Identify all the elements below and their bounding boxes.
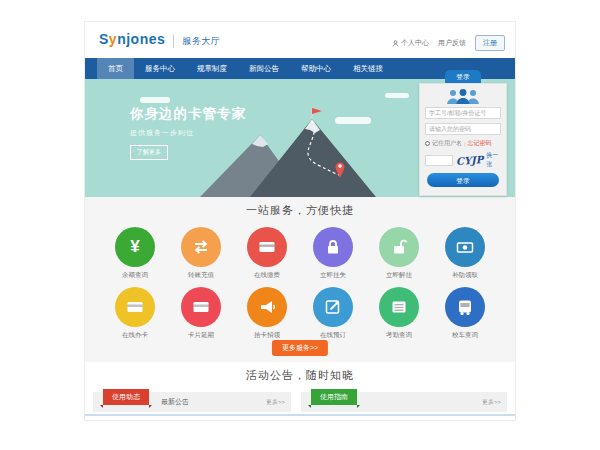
announcements-section: 活动公告，随时知晓 使用动态 最新公告 更多>> 使用指南 更多>>: [85, 362, 515, 420]
service-label: 在线办卡: [111, 331, 159, 340]
service-label: 立即挂失: [309, 271, 357, 280]
list-icon: [389, 297, 409, 317]
user-icon: [392, 40, 399, 47]
bank-card-icon: [191, 297, 211, 317]
forgot-password-link[interactable]: 忘记密码: [468, 139, 492, 148]
announcements-panel-right: 使用指南 更多>>: [301, 392, 507, 412]
personal-center-label: 个人中心: [401, 38, 429, 48]
nav-item-news[interactable]: 新闻公告: [238, 58, 290, 79]
nav-item-service-center[interactable]: 服务中心: [134, 58, 186, 79]
remember-label: 记住用户名: [432, 139, 462, 148]
logo: Synjones 服务大厅: [99, 31, 220, 48]
site-title: 服务大厅: [173, 35, 220, 48]
service-subsidy-collect[interactable]: 补助领取: [441, 227, 489, 280]
header: Synjones 服务大厅 个人中心 用户反馈 注册: [85, 22, 515, 58]
logo-accent: y: [109, 31, 117, 47]
service-report-loss[interactable]: 立即挂失: [309, 227, 357, 280]
password-input[interactable]: [425, 123, 501, 135]
logo-part1: S: [99, 31, 109, 47]
service-online-card-apply[interactable]: 在线办卡: [111, 287, 159, 340]
cloud-icon: [385, 93, 409, 98]
unlock-icon: [389, 237, 409, 257]
login-form: 记住用户名 | 忘记密码 CYJP 换一张 登录: [419, 83, 507, 196]
logo-part2: njones: [117, 31, 165, 47]
nav-item-help-center[interactable]: 帮助中心: [290, 58, 342, 79]
user-feedback-label: 用户反馈: [438, 38, 466, 48]
service-label: 在线缴费: [243, 271, 291, 280]
service-found-card-claim[interactable]: 拾卡招领: [243, 287, 291, 340]
megaphone-icon: [257, 297, 277, 317]
service-release-loss[interactable]: 立即解挂: [375, 227, 423, 280]
personal-center-link[interactable]: 个人中心: [392, 38, 429, 48]
remember-row: 记住用户名 | 忘记密码: [425, 139, 501, 148]
hero-cta-button[interactable]: 了解更多: [130, 145, 168, 160]
login-tab[interactable]: 登录: [445, 70, 481, 83]
captcha-row: CYJP 换一张: [425, 151, 501, 169]
services-section: 一站服务，方便快捷 ¥ 余额查询 转账充值 在线缴费 立即挂失 立即解挂: [85, 197, 515, 362]
yen-icon: ¥: [130, 237, 139, 257]
service-label: 补助领取: [441, 271, 489, 280]
service-label: 卡片延期: [177, 331, 225, 340]
hero-copy: 你身边的卡管专家 提供服务一步到位 了解更多: [130, 105, 246, 160]
section-divider: [85, 414, 515, 416]
captcha-input[interactable]: [425, 155, 453, 166]
service-school-bus-query[interactable]: 校车查询: [441, 287, 489, 340]
announcements-panel-left: 使用动态 最新公告 更多>>: [93, 392, 291, 412]
header-links: 个人中心 用户反馈 注册: [392, 35, 505, 51]
bank-card-icon: [125, 297, 145, 317]
service-label: 立即解挂: [375, 271, 423, 280]
service-label: 考勤查询: [375, 331, 423, 340]
announcements-heading: 活动公告，随时知晓: [85, 362, 515, 383]
service-label: 校车查询: [441, 331, 489, 340]
more-services-button[interactable]: 更多服务>>: [272, 340, 328, 356]
divider: |: [464, 141, 466, 147]
service-attendance-query[interactable]: 考勤查询: [375, 287, 423, 340]
hero-title: 你身边的卡管专家: [130, 105, 246, 123]
bank-card-icon: [257, 237, 277, 257]
username-input[interactable]: [425, 107, 501, 119]
edit-icon: [323, 297, 343, 317]
banknote-icon: [455, 237, 475, 257]
tab-latest-announcements[interactable]: 最新公告: [161, 392, 189, 412]
service-label: 转账充值: [177, 271, 225, 280]
hero-subtitle: 提供服务一步到位: [130, 128, 246, 138]
nav-item-home[interactable]: 首页: [97, 58, 134, 79]
nav-item-regulations[interactable]: 规章制度: [186, 58, 238, 79]
service-online-payment[interactable]: 在线缴费: [243, 227, 291, 280]
login-panel: 登录 记住用户名 | 忘记密码 CYJP 换一张 登录: [419, 70, 507, 196]
lock-icon: [323, 237, 343, 257]
service-transfer-recharge[interactable]: 转账充值: [177, 227, 225, 280]
service-online-booking[interactable]: 在线预订: [309, 287, 357, 340]
remember-checkbox[interactable]: [425, 141, 430, 146]
more-link-left[interactable]: 更多>>: [266, 392, 285, 412]
service-label: 在线预订: [309, 331, 357, 340]
tab-usage-guide[interactable]: 使用指南: [311, 389, 357, 405]
transfer-icon: [191, 237, 211, 257]
service-label: 余额查询: [111, 271, 159, 280]
user-feedback-link[interactable]: 用户反馈: [438, 38, 466, 48]
services-heading: 一站服务，方便快捷: [85, 197, 515, 218]
more-link-right[interactable]: 更多>>: [482, 392, 501, 412]
service-label: 拾卡招领: [243, 331, 291, 340]
service-balance-query[interactable]: ¥ 余额查询: [111, 227, 159, 280]
cloud-icon: [140, 97, 170, 103]
register-button[interactable]: 注册: [475, 35, 505, 51]
service-card-extension[interactable]: 卡片延期: [177, 287, 225, 340]
tab-usage-news[interactable]: 使用动态: [103, 389, 149, 405]
captcha-image[interactable]: CYJP: [456, 154, 484, 167]
services-row-2: 在线办卡 卡片延期 拾卡招领 在线预订 考勤查询 校车查询: [85, 287, 515, 340]
users-icon: [446, 89, 480, 104]
captcha-refresh-link[interactable]: 换一张: [486, 151, 501, 169]
portal-page: Synjones 服务大厅 个人中心 用户反馈 注册 首页 服务中心 规章制度 …: [85, 22, 515, 420]
bus-icon: [455, 297, 475, 317]
services-row-1: ¥ 余额查询 转账充值 在线缴费 立即挂失 立即解挂 补助领取: [85, 227, 515, 280]
nav-item-related-links[interactable]: 相关链接: [342, 58, 394, 79]
login-button[interactable]: 登录: [427, 173, 499, 187]
